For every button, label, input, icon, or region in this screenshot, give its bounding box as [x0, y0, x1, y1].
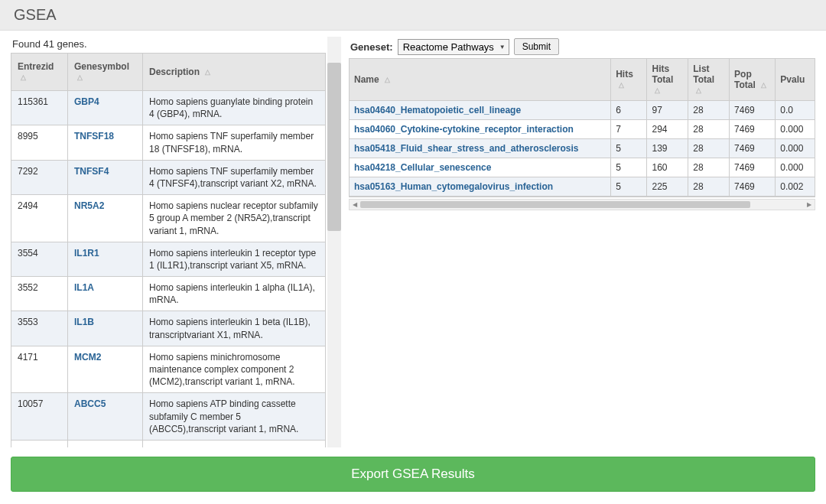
main-content: Found 41 genes. Entrezid △ Genesymbol △	[0, 31, 826, 447]
geneset-label: Geneset:	[350, 41, 393, 53]
cell-pvalue: 0.000	[776, 158, 815, 177]
cell-entrezid: 200879	[11, 440, 68, 447]
table-row: 115361GBP4Homo sapiens guanylate binding…	[11, 91, 326, 125]
cell-entrezid: 2494	[11, 195, 68, 242]
pathway-link[interactable]: hsa04218_Cellular_senescence	[354, 162, 491, 173]
col-pop-total[interactable]: Pop Total △	[730, 59, 776, 101]
gene-link[interactable]: LIPH	[74, 446, 95, 447]
gene-link[interactable]: IL1B	[74, 317, 94, 327]
cell-pvalue: 0.002	[776, 177, 815, 197]
pathway-link[interactable]: hsa04640_Hematopoietic_cell_lineage	[354, 105, 521, 115]
cell-list-total: 28	[688, 177, 730, 197]
cell-list-total: 28	[688, 120, 730, 139]
cell-description: Homo sapiens TNF superfamily member 18 (…	[143, 125, 326, 160]
cell-hits-total: 294	[647, 120, 688, 139]
cell-description: Homo sapiens TNF superfamily member 4 (T…	[143, 160, 326, 194]
pathways-hscrollbar[interactable]: ◀ ▶	[349, 199, 815, 210]
col-name[interactable]: Name △	[350, 59, 611, 101]
col-entrezid[interactable]: Entrezid △	[11, 54, 68, 91]
cell-pop-total: 7469	[730, 139, 776, 158]
hscroll-thumb[interactable]	[360, 201, 750, 208]
gene-link[interactable]: TNFSF4	[74, 166, 109, 177]
page-title: GSEA	[0, 0, 826, 31]
genes-table: Entrezid △ Genesymbol △ Description △	[11, 53, 326, 447]
genes-panel: Found 41 genes. Entrezid △ Genesymbol △	[11, 37, 326, 447]
cell-entrezid: 3553	[11, 311, 68, 346]
scrollbar-thumb[interactable]	[327, 63, 341, 231]
cell-description: Homo sapiens interleukin 1 beta (IL1B), …	[143, 311, 326, 346]
table-row: hsa04640_Hematopoietic_cell_lineage69728…	[350, 101, 815, 120]
cell-hits-total: 160	[647, 158, 688, 177]
cell-pop-total: 7469	[730, 120, 776, 139]
pathways-panel: Geneset: Reactome Pathways Submit Name △	[349, 37, 815, 447]
gene-link[interactable]: ABCC5	[74, 398, 106, 409]
geneset-bar: Geneset: Reactome Pathways Submit	[350, 38, 815, 55]
gene-link[interactable]: IL1R1	[74, 248, 99, 259]
footer: Export GSEA Results	[0, 447, 826, 501]
table-row: 3552IL1AHomo sapiens interleukin 1 alpha…	[11, 277, 326, 311]
cell-description: Homo sapiens ATP binding cassette subfam…	[143, 393, 326, 441]
cell-description: Homo sapiens guanylate binding protein 4…	[143, 91, 326, 125]
col-list-total[interactable]: List Total △	[688, 59, 730, 101]
col-genesymbol[interactable]: Genesymbol △	[68, 54, 143, 91]
col-genesymbol-label: Genesymbol	[74, 61, 129, 72]
cell-list-total: 28	[688, 139, 730, 158]
cell-entrezid: 115361	[11, 91, 68, 125]
sort-icon: △	[385, 76, 390, 83]
sort-icon: △	[619, 81, 624, 89]
cell-description: Homo sapiens interleukin 1 receptor type…	[143, 242, 326, 276]
scroll-left-icon[interactable]: ◀	[350, 200, 360, 210]
cell-entrezid: 8995	[11, 125, 68, 160]
scroll-right-icon[interactable]: ▶	[804, 200, 815, 210]
table-row: 7292TNFSF4Homo sapiens TNF superfamily m…	[11, 160, 326, 194]
found-genes-label: Found 41 genes.	[12, 38, 326, 50]
gene-link[interactable]: NR5A2	[74, 200, 104, 211]
gene-link[interactable]: GBP4	[74, 96, 99, 107]
sort-icon: △	[655, 86, 660, 94]
pathway-link[interactable]: hsa05163_Human_cytomegalovirus_infection	[354, 181, 553, 192]
cell-hits: 5	[611, 177, 647, 197]
sort-icon: △	[21, 73, 26, 81]
pathway-link[interactable]: hsa04060_Cytokine-cytokine_receptor_inte…	[354, 124, 574, 135]
cell-entrezid: 3554	[11, 242, 68, 276]
sort-icon: △	[77, 73, 83, 81]
cell-entrezid: 3552	[11, 277, 68, 311]
pathway-link[interactable]: hsa05418_Fluid_shear_stress_and_atherosc…	[354, 143, 579, 154]
sort-icon: △	[696, 86, 701, 94]
table-row: 3553IL1BHomo sapiens interleukin 1 beta …	[11, 311, 326, 346]
table-row: 2494NR5A2Homo sapiens nuclear receptor s…	[11, 195, 326, 242]
cell-description: Homo sapiens interleukin 1 alpha (IL1A),…	[143, 277, 326, 311]
genes-scrollbar[interactable]	[327, 37, 341, 447]
cell-pvalue: 0.0	[776, 101, 815, 120]
cell-entrezid: 10057	[11, 393, 68, 441]
table-row: hsa05163_Human_cytomegalovirus_infection…	[350, 177, 815, 197]
cell-pop-total: 7469	[730, 177, 776, 197]
cell-list-total: 28	[688, 101, 730, 120]
export-gsea-button[interactable]: Export GSEA Results	[11, 457, 815, 492]
table-row: hsa05418_Fluid_shear_stress_and_atherosc…	[350, 139, 815, 158]
col-hits[interactable]: Hits △	[611, 59, 647, 101]
cell-description: Homo sapiens lipase H (LIPH), transcript…	[143, 440, 326, 447]
table-row: 10057ABCC5Homo sapiens ATP binding casse…	[11, 393, 326, 441]
table-row: hsa04218_Cellular_senescence51602874690.…	[350, 158, 815, 177]
table-row: 200879LIPHHomo sapiens lipase H (LIPH), …	[11, 440, 326, 447]
cell-hits: 5	[611, 139, 647, 158]
col-description[interactable]: Description △	[143, 54, 326, 91]
cell-pop-total: 7469	[730, 101, 776, 120]
submit-button[interactable]: Submit	[514, 38, 559, 55]
cell-pop-total: 7469	[730, 158, 776, 177]
gene-link[interactable]: TNFSF18	[74, 131, 114, 141]
cell-hits-total: 225	[647, 177, 688, 197]
gene-link[interactable]: MCM2	[74, 352, 101, 363]
geneset-select[interactable]: Reactome Pathways	[398, 39, 509, 55]
table-row: 8995TNFSF18Homo sapiens TNF superfamily …	[11, 125, 326, 160]
sort-icon: △	[761, 81, 766, 89]
gene-link[interactable]: IL1A	[74, 282, 94, 293]
cell-hits: 6	[611, 101, 647, 120]
cell-pvalue: 0.000	[776, 139, 815, 158]
col-hits-total[interactable]: Hits Total △	[647, 59, 688, 101]
col-pvalue[interactable]: Pvalu	[776, 59, 815, 101]
table-row: 4171MCM2Homo sapiens minichromosome main…	[11, 346, 326, 393]
cell-hits: 5	[611, 158, 647, 177]
col-entrezid-label: Entrezid	[18, 61, 54, 72]
